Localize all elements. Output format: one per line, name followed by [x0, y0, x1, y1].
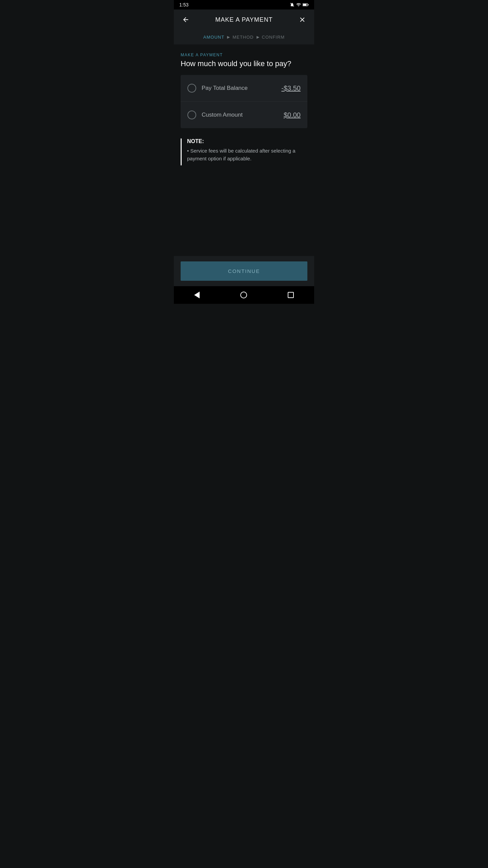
pay-total-balance-radio[interactable]: [187, 84, 196, 93]
svg-rect-3: [303, 4, 307, 5]
step-amount: AMOUNT: [203, 35, 224, 40]
top-navigation: MAKE A PAYMENT: [174, 9, 314, 30]
svg-rect-2: [308, 4, 308, 5]
battery-icon: [303, 3, 309, 7]
custom-amount-left: Custom Amount: [187, 111, 243, 119]
main-content: MAKE A PAYMENT How much would you like t…: [174, 44, 314, 256]
close-button[interactable]: [297, 15, 307, 25]
page-title: MAKE A PAYMENT: [215, 16, 272, 23]
custom-amount-label: Custom Amount: [202, 112, 243, 118]
payment-options-card: Pay Total Balance -$3.50 Custom Amount $…: [181, 75, 307, 128]
continue-button[interactable]: CONTINUE: [181, 261, 307, 281]
pay-total-balance-label: Pay Total Balance: [202, 85, 248, 92]
custom-amount-option[interactable]: Custom Amount $0.00: [181, 101, 307, 128]
section-header: MAKE A PAYMENT How much would you like t…: [181, 53, 307, 68]
status-bar: 1:53: [174, 0, 314, 9]
custom-amount-radio[interactable]: [187, 111, 196, 119]
pay-total-balance-amount: -$3.50: [281, 84, 301, 92]
note-content: NOTE: • Service fees will be calculated …: [187, 138, 307, 165]
bottom-home-icon: [240, 292, 247, 298]
bottom-back-button[interactable]: [187, 290, 206, 300]
step-confirm: CONFIRM: [262, 35, 285, 40]
continue-button-wrapper: CONTINUE: [174, 256, 314, 286]
section-label: MAKE A PAYMENT: [181, 53, 307, 57]
pay-total-balance-option[interactable]: Pay Total Balance -$3.50: [181, 75, 307, 101]
step-method: METHOD: [232, 35, 253, 40]
bottom-recent-icon: [288, 292, 294, 298]
step-arrow-2: ▶: [257, 35, 259, 39]
step-indicator: AMOUNT ▶ METHOD ▶ CONFIRM: [174, 30, 314, 44]
section-question: How much would you like to pay?: [181, 59, 307, 68]
status-time: 1:53: [179, 2, 188, 7]
notification-mute-icon: [290, 2, 294, 7]
note-section: NOTE: • Service fees will be calculated …: [181, 135, 307, 169]
note-title: NOTE:: [187, 138, 307, 144]
step-arrow-1: ▶: [227, 35, 230, 39]
bottom-home-button[interactable]: [233, 290, 254, 300]
spacer: [181, 176, 307, 248]
wifi-icon: [296, 2, 301, 7]
pay-total-balance-left: Pay Total Balance: [187, 84, 248, 93]
bottom-recent-button[interactable]: [281, 290, 301, 300]
bottom-back-icon: [194, 292, 200, 298]
status-icons: [290, 2, 309, 7]
bottom-navigation: [174, 286, 314, 304]
note-bar: [181, 138, 182, 165]
note-text: • Service fees will be calculated after …: [187, 147, 307, 162]
custom-amount-value: $0.00: [284, 111, 301, 119]
back-button[interactable]: [181, 15, 191, 25]
